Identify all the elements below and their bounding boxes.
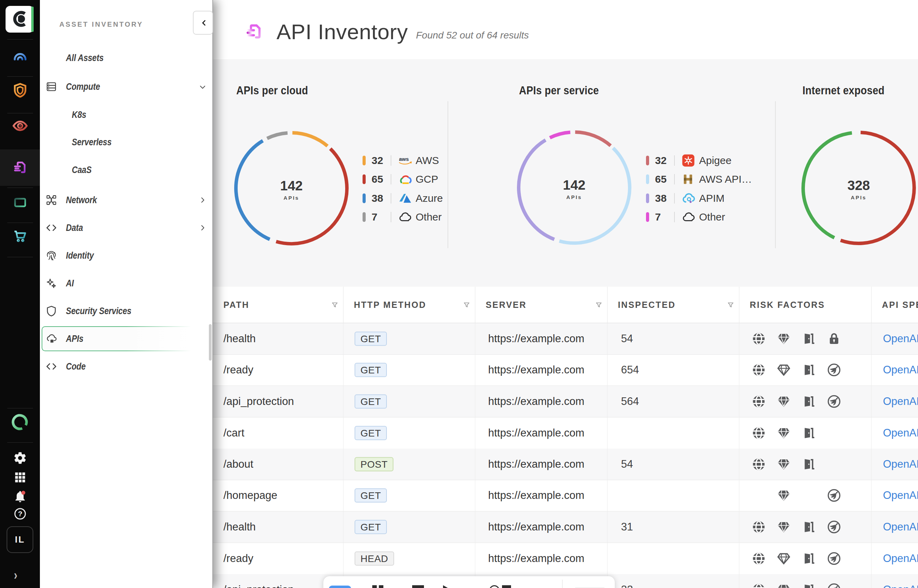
svg-text:?: ? — [18, 510, 22, 518]
svg-text:aws: aws — [399, 156, 409, 162]
